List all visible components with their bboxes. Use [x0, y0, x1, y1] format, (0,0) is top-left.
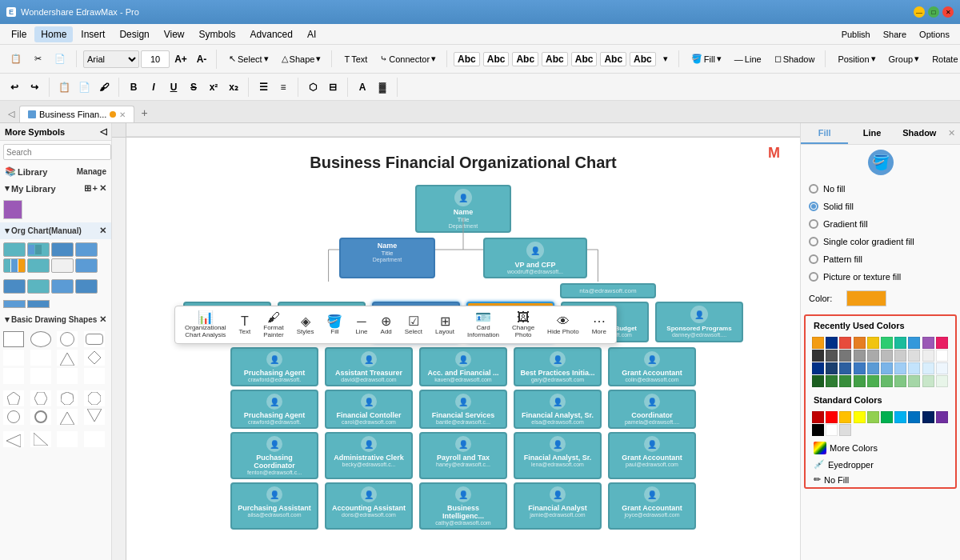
shape-tri-3[interactable]	[84, 409, 105, 425]
org-shape-9[interactable]	[3, 279, 26, 294]
style-abc-6[interactable]: Abc	[600, 52, 626, 66]
ctx-text[interactable]: T Text	[236, 314, 254, 337]
add-library-icon[interactable]: ⊞	[84, 183, 91, 194]
bullet-list-button[interactable]: ☰	[254, 78, 273, 97]
shape-tri-left[interactable]	[3, 431, 24, 447]
node-vp-sub[interactable]: nta@edrawsoft.com	[560, 283, 656, 298]
ctx-fill[interactable]: 🪣 Fill	[323, 314, 346, 337]
std-color-cell[interactable]	[826, 424, 838, 436]
node-row0-3[interactable]: 👤 Best Practices Initia... gary@edrawsof…	[514, 347, 602, 386]
my-library-section[interactable]: ▾ My Library ⊞ + ✕	[0, 180, 111, 197]
color-cell[interactable]	[908, 337, 920, 349]
more-colors-row[interactable]: More Colors	[806, 439, 955, 457]
org-shape-6[interactable]	[27, 258, 50, 273]
color-cell[interactable]	[881, 362, 893, 374]
italic-button[interactable]: I	[144, 78, 163, 97]
color-cell[interactable]	[936, 362, 948, 374]
font-size-input[interactable]	[141, 50, 170, 68]
std-color-cell[interactable]	[839, 411, 851, 423]
format-btn[interactable]: 🖌	[94, 78, 114, 97]
color-cell[interactable]	[894, 362, 906, 374]
style-abc-4[interactable]: Abc	[542, 52, 568, 66]
superscript-button[interactable]: x²	[204, 78, 223, 97]
shape-9[interactable]	[3, 368, 24, 384]
org-chart-section[interactable]: ▾ Org Chart(Manual) ✕	[0, 222, 111, 239]
font-select[interactable]: Arial	[83, 50, 139, 68]
shape-diamond[interactable]	[84, 350, 105, 366]
org-shape-sm-1[interactable]	[3, 300, 26, 308]
close-library-icon[interactable]: ✕	[99, 183, 106, 194]
style-abc-3[interactable]: Abc	[512, 52, 538, 66]
color-cell[interactable]	[854, 350, 866, 362]
org-shape-11[interactable]	[51, 279, 74, 294]
share-button[interactable]: Share	[878, 26, 912, 42]
menu-home[interactable]: Home	[34, 26, 73, 42]
shape-right-tri[interactable]	[30, 431, 51, 447]
basic-shapes-close-icon[interactable]: ✕	[99, 314, 106, 325]
color-cell[interactable]	[826, 337, 838, 349]
style-abc-2[interactable]: Abc	[483, 52, 510, 66]
node-row2-0[interactable]: 👤 Puchasing Coordinator fenton@edrawsoft…	[230, 432, 318, 479]
fill-option-picture-texture[interactable]: Picture or texture fill	[801, 268, 960, 286]
org-shape-1[interactable]	[3, 242, 26, 257]
copy-button[interactable]: 📄	[49, 50, 71, 67]
search-input[interactable]	[3, 144, 111, 160]
symbols-panel-toggle[interactable]: ◁	[3, 106, 19, 122]
shape-4[interactable]	[3, 350, 24, 366]
manage-button[interactable]: Manage	[77, 167, 106, 176]
fill-button[interactable]: 🪣 Fill ▾	[686, 50, 727, 67]
color-cell[interactable]	[894, 337, 906, 349]
fill-option-no-fill[interactable]: No fill	[801, 180, 960, 198]
subscript-button[interactable]: x₂	[224, 78, 243, 97]
shape-11[interactable]	[57, 368, 78, 384]
color-cell[interactable]	[908, 375, 920, 387]
std-color-cell[interactable]	[894, 411, 906, 423]
ordered-list-button[interactable]: ≡	[274, 78, 293, 97]
node-row2-1[interactable]: 👤 Administrative Clerk becky@edrawsoft.c…	[325, 432, 413, 479]
paste-button[interactable]: 📋	[5, 50, 27, 67]
ctx-card-info[interactable]: 🪪 CardInformation	[464, 310, 502, 340]
shape-ellipse[interactable]	[30, 331, 51, 347]
ctx-org-analysis[interactable]: 📊 OrganizationalChart Analysis	[182, 310, 230, 340]
styles-expand-button[interactable]: ▾	[658, 50, 674, 67]
maximize-button[interactable]: □	[928, 6, 939, 18]
color-cell[interactable]	[812, 350, 824, 362]
node-row1-2[interactable]: 👤 Financial Services bantle@edrawsoft.c.…	[419, 390, 507, 429]
node-row3-3[interactable]: 👤 Financial Analyst jamie@edrawsoft.com	[514, 482, 602, 530]
paste-btn2[interactable]: 📋	[54, 78, 74, 97]
org-shape-5[interactable]	[3, 258, 26, 273]
color-cell[interactable]	[936, 337, 948, 349]
node-row1-1[interactable]: 👤 Financial Contoller carol@edrawsoft.co…	[325, 390, 413, 429]
undo-button[interactable]: ↩	[5, 78, 24, 97]
select-button[interactable]: ↖ Select ▾	[223, 50, 274, 67]
ctx-layout[interactable]: ⊞ Layout	[432, 314, 458, 337]
ctx-change-photo[interactable]: 🖼 ChangePhoto	[509, 310, 538, 340]
tab-line[interactable]: Line	[848, 123, 895, 144]
eyedropper-row[interactable]: 💉 Eyedropper	[806, 457, 955, 472]
color-cell[interactable]	[922, 375, 934, 387]
ctx-add[interactable]: ⊕ Add	[378, 314, 395, 337]
org-shape-4[interactable]	[75, 242, 98, 257]
color-cell[interactable]	[936, 350, 948, 362]
shape-heptagon[interactable]	[57, 390, 78, 406]
style-abc-5[interactable]: Abc	[571, 52, 598, 66]
style-abc-7[interactable]: Abc	[630, 52, 656, 66]
ctx-select[interactable]: ☑ Select	[402, 314, 426, 337]
node-row0-0[interactable]: 👤 Pruchasing Agent crawford@edrawsoft.	[230, 347, 318, 386]
font-color-button[interactable]: A	[353, 78, 372, 97]
close-button[interactable]: ✕	[942, 6, 954, 18]
menu-view[interactable]: View	[158, 26, 191, 42]
color-cell[interactable]	[839, 350, 851, 362]
color-cell[interactable]	[839, 375, 851, 387]
color-cell[interactable]	[922, 362, 934, 374]
shape-10[interactable]	[30, 368, 51, 384]
font-bigger-button[interactable]: A+	[171, 50, 190, 69]
org-shape-sm-2[interactable]	[27, 300, 50, 308]
node-top[interactable]: 👤 Name Title Department	[415, 185, 511, 233]
color-preview-swatch[interactable]	[846, 290, 886, 306]
group-button[interactable]: Group ▾	[883, 50, 926, 67]
cut-button[interactable]: ✂	[29, 50, 47, 67]
color-cell[interactable]	[881, 375, 893, 387]
color-cell[interactable]	[854, 362, 866, 374]
std-color-cell[interactable]	[812, 411, 824, 423]
